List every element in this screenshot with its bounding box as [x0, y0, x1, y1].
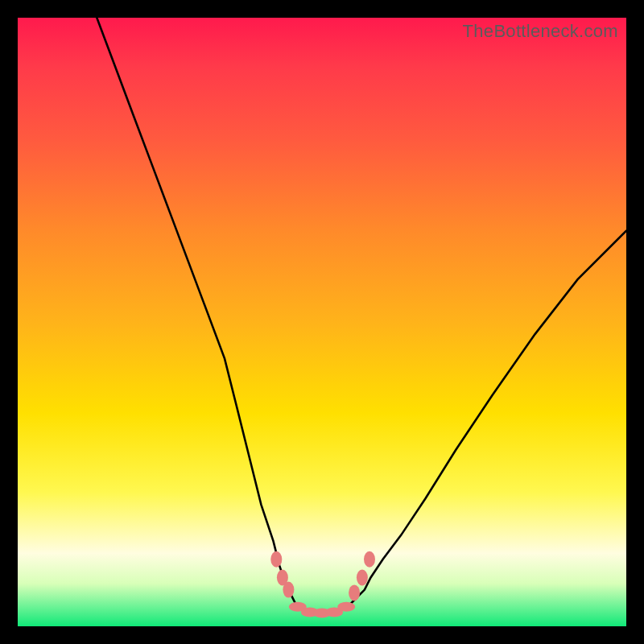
- curve-left-branch: [97, 18, 297, 608]
- highlight-dot: [357, 570, 368, 586]
- highlight-dot: [283, 582, 294, 598]
- curve-right-branch: [346, 231, 626, 609]
- chart-frame: TheBottleneck.com: [0, 0, 644, 644]
- highlight-dot: [364, 551, 375, 568]
- highlight-dot: [349, 584, 360, 601]
- bottleneck-curve: [18, 18, 626, 626]
- highlight-dot: [337, 602, 355, 612]
- plot-area: TheBottleneck.com: [18, 18, 626, 626]
- highlight-dot: [270, 551, 282, 568]
